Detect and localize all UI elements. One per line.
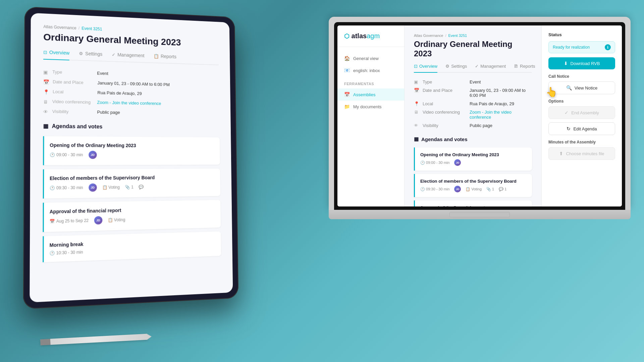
minutes-title: Minutes of the Assembly [548,140,615,144]
logo: ⬡ atlasagm [344,32,397,40]
tablet-agenda-section-title: ▦ Agendas and votes [43,123,219,131]
info-row-video: 🖥 Video conferencing Zoom - Join the vid… [414,110,532,120]
tablet-info-local: 📍 Local Rua Pais de Araujo, 29 [43,89,219,98]
avatar-2: JD [89,183,97,192]
avatar-3: JD [94,216,103,225]
laptop-sidebar: ⬡ atlasagm 🏠 General view 📧 english: inb… [337,25,405,206]
tablet-agenda-list: Opening of the Ordinary Meeting 2023 🕐 0… [43,136,221,266]
edit-agenda-button[interactable]: ↻ Edit Agenda [548,122,615,135]
tablet-tab-management[interactable]: ✓ Management [112,52,144,62]
tablet-agenda-meta-1: 🕐 09:00 - 30 min JD [50,151,220,159]
sidebar-logo: ⬡ atlasagm [337,32,404,47]
laptop-main-content: Atlas Governance / Event 3251 Ordinary G… [405,25,541,206]
breadcrumb-sep: / [445,34,446,38]
tablet-device: Atlas Governance / Event 3251 Ordinary G… [23,6,239,309]
laptop-agenda-item-2[interactable]: Election of members of the Supervisory B… [414,174,532,197]
breadcrumb-event[interactable]: Event 3251 [448,34,467,38]
sidebar-item-my-documents[interactable]: 📁 My documents [337,101,404,113]
laptop-main: Atlas Governance / Event 3251 Ordinary G… [405,25,541,206]
laptop-right-panel: Status Ready for realization ℹ ⬇ Downloa… [541,25,622,206]
laptop-tabs: ⊡ Overview ⚙ Settings ✓ Management [414,64,532,73]
choose-minutes-button[interactable]: ⬆ Choose minutes file [548,147,615,160]
tablet-breadcrumb-company[interactable]: Atlas Governance [43,24,76,30]
tablet-agenda-meta-3: 📅 Aug 25 to Sep 22 JD 📋 Voting [50,214,221,226]
view-notice-button[interactable]: 🔍 View Notice [548,81,615,94]
laptop-device: ⬡ atlasagm 🏠 General view 📧 english: inb… [329,17,631,219]
calendar-icon: 📅 [414,88,419,93]
breadcrumb-company[interactable]: Atlas Governance [414,34,443,38]
tablet-breadcrumb-event[interactable]: Event 3251 [82,26,102,32]
tablet-agenda-item-2[interactable]: Election of members of the Supervisory B… [43,169,220,198]
documents-icon: 📁 [344,104,350,109]
tablet-agenda-item-4[interactable]: Morning break 🕐 10:30 - 30 min [43,231,221,262]
end-assembly-button[interactable]: ✓ End Assembly [548,106,615,119]
info-icon[interactable]: ℹ [605,44,611,50]
tab-reports[interactable]: 🖹 Reports [514,64,535,72]
tablet-agenda-item-1[interactable]: Opening of the Ordinary Meeting 2023 🕐 0… [43,136,220,165]
tablet-tab-settings[interactable]: ⚙ Settings [79,51,102,61]
laptop-page-title: Ordinary General Meeting 2023 [414,40,532,58]
upload-icon: ⬆ [559,151,563,156]
tab-overview[interactable]: ⊡ Overview [414,64,437,73]
refresh-icon: ↻ [567,126,571,131]
sidebar-item-general-view[interactable]: 🏠 General view [337,52,404,64]
agenda-icon: ▦ [43,123,48,129]
info-row-visibility: 👁 Visibility Public page [414,123,532,128]
laptop-agenda-header: ▦ Agendas and votes [414,136,532,142]
tablet-breadcrumb-sep: / [78,26,79,31]
tablet-info-type: ▣ Type Event [43,69,219,80]
tablet-tab-overview[interactable]: ⊡ Overview [43,49,69,60]
tablet-info-date: 📅 Date and Place January 01, 23 - 09:00 … [43,79,219,89]
sidebar-item-inbox[interactable]: 📧 english: inbox [337,64,404,76]
apple-pencil [40,334,148,346]
laptop-agenda-item-3[interactable]: Approval of the financial report 📅 Aug 2… [414,200,532,206]
status-section-title: Status [548,32,615,37]
laptop-bezel: ⬡ atlasagm 🏠 General view 📧 english: inb… [334,22,625,210]
trackpad[interactable] [449,212,510,217]
laptop-screen: ⬡ atlasagm 🏠 General view 📧 english: inb… [337,25,622,206]
laptop-agenda-item-1[interactable]: Opening of the Ordinary Meeting 2023 🕐 0… [414,147,532,171]
info-row-type: ▣ Type Event [414,79,532,84]
tab-management[interactable]: ✓ Management [475,64,506,72]
location-icon: 📍 [414,101,419,106]
status-badge: Ready for realization ℹ [548,41,615,53]
tab-settings-icon: ⚙ [445,64,449,69]
visibility-icon: 👁 [414,123,419,128]
laptop-agenda-meta-2: 🕐 09:30 - 30 min JD 📋 Voting 📎 1 💬 1 [420,186,527,192]
sidebar-section-ferramentas: Ferramentas [337,76,404,88]
status-label: Ready for realization [553,45,590,50]
overview-icon: ⊡ [43,50,47,55]
settings-icon: ⚙ [79,51,83,56]
options-title: Options [548,99,615,104]
tablet-agenda-item-3[interactable]: Approval of the financial report 📅 Aug 2… [43,200,221,232]
tablet-tabs: ⊡ Overview ⚙ Settings ✓ Management 📋 Rep… [43,49,219,65]
laptop-agenda-list: Opening of the Ordinary Meeting 2023 🕐 0… [414,147,532,206]
tablet-agenda-meta-2: 🕐 09:30 - 30 min JD 📋 Voting 📎 1 💬 [50,182,220,192]
search-icon: 🔍 [566,85,572,90]
download-icon: ⬇ [564,61,568,66]
download-rvb-button[interactable]: ⬇ Download RVB [548,57,615,69]
reports-icon: 📋 [154,54,159,59]
call-notice-title: Call Notice [548,74,615,79]
tablet-info-video: 🖥 Video conferencing Zoom - Join the vid… [43,99,219,108]
laptop-breadcrumb: Atlas Governance / Event 3251 [414,34,532,38]
laptop-base [329,210,631,219]
info-row-date: 📅 Date and Place January 01, 23 - 09:00 … [414,88,532,98]
tab-management-icon: ✓ [475,64,479,69]
tab-settings[interactable]: ⚙ Settings [445,64,467,72]
management-icon: ✓ [112,52,115,57]
visibility-icon: 👁 [43,109,49,115]
tablet-body: Atlas Governance / Event 3251 Ordinary G… [23,6,239,309]
laptop-agenda-meta-1: 🕐 09:00 - 30 min JD [420,159,527,166]
type-icon: ▣ [43,69,49,75]
avatar-laptop-2: JD [454,186,461,192]
assemblies-icon: 📅 [344,92,350,97]
sidebar-item-assemblies[interactable]: 📅 Assemblies [337,88,404,101]
check-icon: ✓ [565,110,569,115]
avatar-laptop-1: JD [454,159,461,166]
tablet-tab-reports[interactable]: 📋 Reports [154,53,176,63]
video-icon: 🖥 [414,110,419,115]
tab-reports-icon: 🖹 [514,64,518,69]
inbox-icon: 📧 [344,68,350,73]
agenda-section-icon: ▦ [414,136,419,142]
